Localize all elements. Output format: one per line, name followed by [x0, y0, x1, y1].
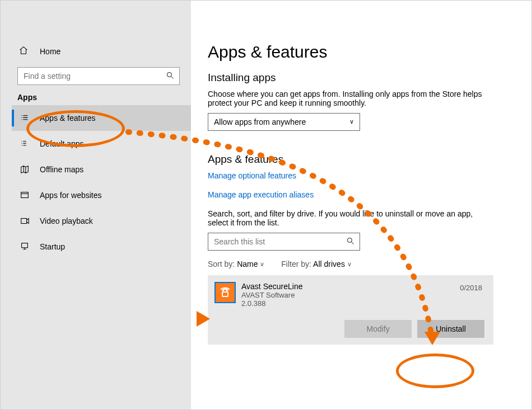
chevron-down-icon: ∨: [347, 261, 352, 267]
uninstall-button[interactable]: Uninstall: [417, 320, 484, 338]
avast-app-icon: [214, 282, 236, 303]
sidebar-item-offline-maps[interactable]: Offline maps: [12, 157, 191, 182]
sidebar-item-label: Default apps: [40, 139, 84, 148]
defaults-icon: [18, 139, 31, 149]
install-source-dropdown[interactable]: Allow apps from anywhere ∨: [208, 113, 360, 131]
svg-rect-3: [22, 243, 28, 248]
sidebar-item-default-apps[interactable]: Default apps: [12, 131, 191, 157]
search-icon: [166, 71, 175, 82]
app-card-avast-secureline[interactable]: Avast SecureLine AVAST Software 2.0.388 …: [208, 275, 493, 345]
sidebar-item-label: Startup: [40, 242, 65, 251]
sidebar-item-video-playback[interactable]: Video playback: [12, 208, 191, 234]
app-publisher: AVAST Software: [241, 291, 302, 299]
filter-label: Filter by:: [281, 260, 311, 268]
sidebar: Home Apps Apps & features Default apps: [1, 1, 191, 409]
sort-by[interactable]: Sort by: Name ∨: [208, 260, 267, 268]
apps-search-input[interactable]: [213, 237, 346, 247]
sidebar-item-startup[interactable]: Startup: [12, 234, 191, 260]
chevron-down-icon: ∨: [260, 261, 264, 267]
map-icon: [18, 164, 31, 175]
svg-rect-1: [21, 192, 29, 198]
svg-rect-2: [21, 219, 27, 224]
list-icon: [18, 113, 31, 123]
main-pane: Apps & features Installing apps Choose w…: [191, 1, 531, 409]
installing-apps-help: Choose where you can get apps from. Inst…: [208, 89, 493, 107]
filter-by[interactable]: Filter by: All drives ∨: [281, 260, 352, 268]
page-title: Apps & features: [208, 43, 509, 62]
video-icon: [18, 216, 31, 226]
startup-icon: [18, 242, 31, 252]
settings-window: Settings Home Apps Apps & features: [0, 0, 532, 410]
sidebar-item-label: Apps & features: [40, 114, 96, 122]
sidebar-item-apps-for-websites[interactable]: Apps for websites: [12, 182, 191, 208]
app-version: 2.0.388: [241, 299, 302, 308]
app-name: Avast SecureLine: [241, 282, 302, 291]
sidebar-item-label: Apps for websites: [40, 191, 102, 200]
apps-list-help: Search, sort, and filter by drive. If yo…: [208, 209, 493, 227]
modify-button[interactable]: Modify: [344, 320, 412, 338]
sidebar-home-label: Home: [40, 47, 60, 56]
sidebar-section-apps: Apps: [17, 93, 191, 102]
install-source-value: Allow apps from anywhere: [214, 117, 306, 126]
filter-value: All drives: [313, 260, 345, 268]
apps-search[interactable]: [208, 233, 360, 251]
svg-point-4: [347, 238, 352, 242]
link-manage-execution-aliases[interactable]: Manage app execution aliases: [208, 190, 314, 199]
svg-point-0: [167, 72, 171, 77]
search-icon: [346, 237, 355, 247]
sort-label: Sort by:: [208, 260, 235, 268]
app-install-date: 0/2018: [460, 284, 482, 292]
websites-icon: [18, 190, 31, 200]
link-manage-optional-features[interactable]: Manage optional features: [208, 171, 296, 180]
sidebar-item-apps-and-features[interactable]: Apps & features: [12, 105, 191, 131]
chevron-down-icon: ∨: [349, 118, 354, 125]
installing-apps-heading: Installing apps: [208, 72, 509, 84]
apps-features-heading: Apps & features: [208, 153, 509, 166]
sort-filter-bar: Sort by: Name ∨ Filter by: All drives ∨: [208, 260, 509, 268]
sidebar-home[interactable]: Home: [12, 40, 191, 63]
sidebar-search[interactable]: [17, 67, 180, 85]
home-icon: [18, 45, 31, 57]
svg-rect-5: [222, 292, 228, 296]
sort-value: Name: [237, 260, 258, 268]
app-card-header: Avast SecureLine AVAST Software 2.0.388: [214, 282, 484, 308]
sidebar-item-label: Offline maps: [40, 165, 83, 174]
sidebar-item-label: Video playback: [40, 216, 93, 225]
sidebar-search-input[interactable]: [22, 71, 166, 81]
